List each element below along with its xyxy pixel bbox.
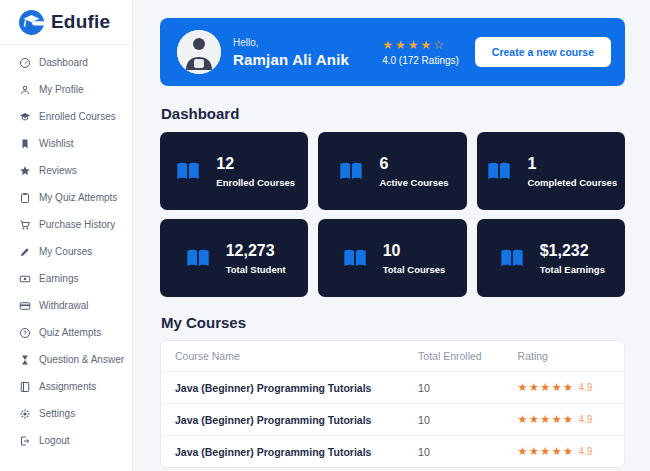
stat-label: Enrolled Courses — [216, 177, 295, 188]
cart-icon — [19, 219, 31, 231]
sidebar-item-my-profile[interactable]: My Profile — [0, 76, 132, 103]
sidebar-item-label: Enrolled Courses — [39, 111, 116, 122]
course-name-cell: Java (Beginner) Programming Tutorials — [161, 372, 404, 404]
course-name-cell: Java (Beginner) Programming Tutorials — [161, 436, 404, 468]
open-book-icon — [340, 245, 370, 272]
open-book-icon — [484, 158, 514, 185]
sidebar-item-label: My Courses — [39, 246, 92, 257]
instructor-rating: ★★★★☆ 4.0 (172 Ratings) — [382, 39, 459, 66]
sidebar-item-label: Settings — [39, 408, 75, 419]
rating-cell: ★★★★★4.9 — [504, 372, 624, 404]
total-enrolled-cell: 10 — [404, 404, 504, 436]
open-book-icon — [497, 245, 527, 272]
credit-card-icon — [19, 300, 31, 312]
stat-value: 12,273 — [226, 242, 286, 260]
table-row: Java (Beginner) Programming Tutorials 10… — [161, 404, 624, 436]
main-content: Hello, Ramjan Ali Anik ★★★★☆ 4.0 (172 Ra… — [133, 0, 650, 471]
sidebar-item-wishlist[interactable]: Wishlist — [0, 130, 132, 157]
stat-card-total-courses: 10 Total Courses — [318, 219, 466, 297]
my-courses-heading: My Courses — [161, 314, 625, 331]
sidebar-nav: Dashboard My Profile Enrolled Courses Wi… — [0, 45, 132, 454]
sidebar-item-label: Assignments — [39, 381, 96, 392]
pencil-icon — [19, 246, 31, 258]
svg-text:?: ? — [23, 330, 27, 336]
sidebar-item-label: Withdrawal — [39, 300, 88, 311]
sidebar-item-withdrawal[interactable]: Withdrawal — [0, 292, 132, 319]
stat-card-total-student: 12,273 Total Student — [160, 219, 308, 297]
sidebar-item-label: Question & Answer — [39, 354, 124, 365]
stat-text: 6 Active Courses — [379, 155, 448, 188]
sidebar-item-label: Earnings — [39, 273, 78, 284]
stat-label: Total Earnings — [540, 264, 605, 275]
stat-value: 6 — [379, 155, 448, 173]
sidebar-item-settings[interactable]: Settings — [0, 400, 132, 427]
graduation-cap-logo-icon — [19, 10, 44, 35]
sidebar-item-quiz-attempts[interactable]: ? Quiz Attempts — [0, 319, 132, 346]
stat-card-total-earnings: $1,232 Total Earnings — [477, 219, 625, 297]
user-name: Ramjan Ali Anik — [233, 51, 349, 68]
open-book-icon — [336, 158, 366, 185]
stat-label: Total Courses — [383, 264, 446, 275]
create-course-button[interactable]: Create a new course — [475, 37, 611, 67]
sidebar-item-reviews[interactable]: Reviews — [0, 157, 132, 184]
stat-text: 12 Enrolled Courses — [216, 155, 295, 188]
column-header-total-enrolled: Total Enrolled — [404, 341, 504, 372]
sidebar-item-label: Reviews — [39, 165, 77, 176]
sidebar-item-label: Dashboard — [39, 57, 88, 68]
stat-value: $1,232 — [540, 242, 605, 260]
stats-grid: 12 Enrolled Courses 6 Active Courses 1 C… — [160, 132, 625, 297]
notebook-icon — [19, 381, 31, 393]
user-avatar — [177, 30, 221, 74]
sidebar-item-assignments[interactable]: Assignments — [0, 373, 132, 400]
sidebar-item-enrolled-courses[interactable]: Enrolled Courses — [0, 103, 132, 130]
user-icon — [19, 84, 31, 96]
rating-score: 4.9 — [578, 446, 592, 457]
welcome-text-block: Hello, Ramjan Ali Anik — [233, 37, 349, 68]
sidebar-item-label: Quiz Attempts — [39, 327, 101, 338]
graduation-cap-icon — [19, 111, 31, 123]
welcome-banner: Hello, Ramjan Ali Anik ★★★★☆ 4.0 (172 Ra… — [160, 18, 625, 86]
sidebar-item-my-courses[interactable]: My Courses — [0, 238, 132, 265]
stat-text: 12,273 Total Student — [226, 242, 286, 275]
sidebar-item-label: Wishlist — [39, 138, 73, 149]
logout-icon — [19, 435, 31, 447]
stat-text: 10 Total Courses — [383, 242, 446, 275]
stat-card-enrolled-courses: 12 Enrolled Courses — [160, 132, 308, 210]
brand-name: Edufie — [51, 11, 110, 33]
rating-text: 4.0 (172 Ratings) — [382, 55, 459, 66]
sidebar-item-dashboard[interactable]: Dashboard — [0, 49, 132, 76]
column-header-course-name: Course Name — [161, 341, 404, 372]
sidebar-item-label: My Quiz Attempts — [39, 192, 117, 203]
total-enrolled-cell: 10 — [404, 372, 504, 404]
stat-card-completed-courses: 1 Completed Courses — [477, 132, 625, 210]
sidebar-item-logout[interactable]: Logout — [0, 427, 132, 454]
sidebar-item-my-quiz-attempts[interactable]: My Quiz Attempts — [0, 184, 132, 211]
banknote-icon — [19, 273, 31, 285]
sidebar-item-label: My Profile — [39, 84, 83, 95]
table-row: Java (Beginner) Programming Tutorials 10… — [161, 436, 624, 468]
open-book-icon — [183, 245, 213, 272]
rating-cell: ★★★★★4.9 — [504, 404, 624, 436]
greeting-text: Hello, — [233, 37, 349, 48]
stat-label: Completed Courses — [527, 177, 617, 188]
speedometer-icon — [19, 57, 31, 69]
stat-label: Active Courses — [379, 177, 448, 188]
sidebar-item-purchase-history[interactable]: Purchase History — [0, 211, 132, 238]
sidebar-item-question-answer[interactable]: Question & Answer — [0, 346, 132, 373]
stat-text: 1 Completed Courses — [527, 155, 617, 188]
sidebar-item-label: Logout — [39, 435, 70, 446]
table-header-row: Course Name Total Enrolled Rating — [161, 341, 624, 372]
brand-logo[interactable]: Edufie — [0, 0, 132, 45]
rating-score: 4.9 — [578, 414, 592, 425]
open-book-icon — [173, 158, 203, 185]
dashboard-heading: Dashboard — [161, 105, 625, 122]
sidebar-item-earnings[interactable]: Earnings — [0, 265, 132, 292]
gear-icon — [19, 408, 31, 420]
stat-text: $1,232 Total Earnings — [540, 242, 605, 275]
stat-label: Total Student — [226, 264, 286, 275]
rating-score: 4.9 — [578, 382, 592, 393]
sidebar: Edufie Dashboard My Profile Enrolled Cou… — [0, 0, 133, 471]
course-name-cell: Java (Beginner) Programming Tutorials — [161, 404, 404, 436]
rating-stars-icon: ★★★★★ — [518, 413, 575, 425]
hourglass-icon — [19, 354, 31, 366]
